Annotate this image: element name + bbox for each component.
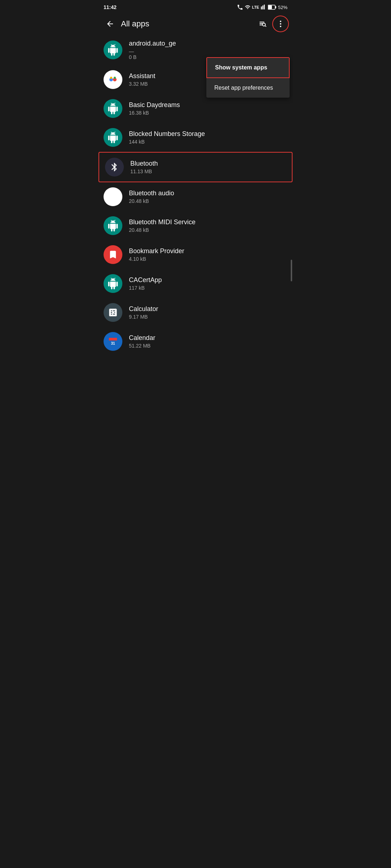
- app-size-label: 9.17 MB: [129, 314, 287, 320]
- scroll-indicator: [291, 260, 292, 281]
- voip-icon: [237, 4, 243, 10]
- app-info: Basic Daydreams16.38 kB: [129, 101, 287, 116]
- app-size-label: 16.38 kB: [129, 110, 287, 116]
- app-size-label: 144 kB: [129, 139, 287, 145]
- app-size-label: 4.10 kB: [129, 256, 287, 262]
- status-icons: LTE 52%: [237, 4, 287, 10]
- app-icon: [104, 245, 122, 264]
- lte-icon: LTE: [252, 5, 259, 9]
- app-size-label: 51.22 MB: [129, 343, 287, 349]
- app-info: Bookmark Provider4.10 kB: [129, 247, 287, 262]
- status-bar: 11:42 LTE 52%: [98, 0, 293, 13]
- app-list-item[interactable]: Bluetooth MIDI Service20.48 kB: [98, 211, 293, 240]
- app-info: Bluetooth MIDI Service20.48 kB: [129, 218, 287, 233]
- more-vertical-icon: [276, 20, 285, 28]
- app-icon: [104, 41, 122, 59]
- app-info: Bluetooth11.13 MB: [130, 160, 286, 174]
- back-button[interactable]: [102, 16, 118, 32]
- app-list-item[interactable]: CACertApp117 kB: [98, 269, 293, 298]
- app-info: Calendar51.22 MB: [129, 334, 287, 349]
- app-name-label: Bluetooth MIDI Service: [129, 218, 287, 226]
- app-list-item[interactable]: 31Calendar51.22 MB: [98, 327, 293, 356]
- app-list-item[interactable]: Blocked Numbers Storage144 kB: [98, 123, 293, 152]
- app-icon: [104, 187, 122, 206]
- svg-text:31: 31: [111, 341, 115, 345]
- app-name-label: Blocked Numbers Storage: [129, 130, 287, 138]
- battery-percent: 52%: [278, 5, 287, 10]
- page-title: All apps: [121, 19, 255, 29]
- app-icon: [104, 303, 122, 322]
- toolbar-icons: [255, 16, 289, 32]
- app-icon: [104, 70, 122, 89]
- app-icon: [104, 99, 122, 118]
- app-list-item[interactable]: Bluetooth11.13 MB: [98, 152, 293, 182]
- svg-rect-2: [268, 5, 272, 9]
- app-list-item[interactable]: Bookmark Provider4.10 kB: [98, 240, 293, 269]
- svg-point-4: [280, 23, 281, 25]
- app-info: Calculator9.17 MB: [129, 305, 287, 320]
- app-icon: [105, 158, 124, 176]
- dropdown-menu[interactable]: Show system apps Reset app preferences: [206, 57, 290, 98]
- search-icon: [258, 20, 267, 28]
- app-bar: All apps: [98, 13, 293, 35]
- app-name-label: Calculator: [129, 305, 287, 313]
- svg-rect-11: [109, 338, 117, 341]
- app-info: CACertApp117 kB: [129, 276, 287, 291]
- app-name-label: Bookmark Provider: [129, 247, 287, 255]
- app-list-item[interactable]: Bluetooth audio20.48 kB: [98, 182, 293, 211]
- app-size-label: 11.13 MB: [130, 169, 286, 174]
- app-size-label: 20.48 kB: [129, 227, 287, 233]
- app-name-label: Calendar: [129, 334, 287, 342]
- wifi-icon: [245, 4, 251, 10]
- svg-point-8: [110, 77, 112, 79]
- reset-app-preferences-option[interactable]: Reset app preferences: [206, 78, 290, 98]
- svg-point-9: [114, 77, 116, 79]
- app-name-label: Basic Daydreams: [129, 101, 287, 109]
- app-name-label: CACertApp: [129, 276, 287, 284]
- app-icon: 31: [104, 332, 122, 351]
- app-icon: [104, 216, 122, 235]
- signal-icon: [261, 4, 266, 10]
- app-list: Show system apps Reset app preferences a…: [98, 35, 293, 356]
- app-icon: [104, 274, 122, 293]
- search-button[interactable]: [255, 16, 271, 32]
- app-name-label: Bluetooth audio: [129, 190, 287, 197]
- app-name-label: android.auto_ge: [129, 40, 287, 47]
- app-list-item[interactable]: Calculator9.17 MB: [98, 298, 293, 327]
- battery-icon: [268, 5, 277, 10]
- app-size-label: 117 kB: [129, 285, 287, 291]
- app-info: Bluetooth audio20.48 kB: [129, 190, 287, 204]
- app-icon: [104, 128, 122, 147]
- svg-point-5: [280, 26, 281, 27]
- svg-rect-1: [275, 6, 276, 8]
- status-time: 11:42: [104, 4, 117, 10]
- app-info: Blocked Numbers Storage144 kB: [129, 130, 287, 145]
- app-name-label: Bluetooth: [130, 160, 286, 167]
- app-list-item[interactable]: Basic Daydreams16.38 kB: [98, 94, 293, 123]
- more-options-button[interactable]: [272, 16, 289, 32]
- back-arrow-icon: [106, 20, 114, 28]
- show-system-apps-option[interactable]: Show system apps: [206, 57, 290, 78]
- app-size-label: 20.48 kB: [129, 198, 287, 204]
- svg-point-3: [280, 21, 281, 22]
